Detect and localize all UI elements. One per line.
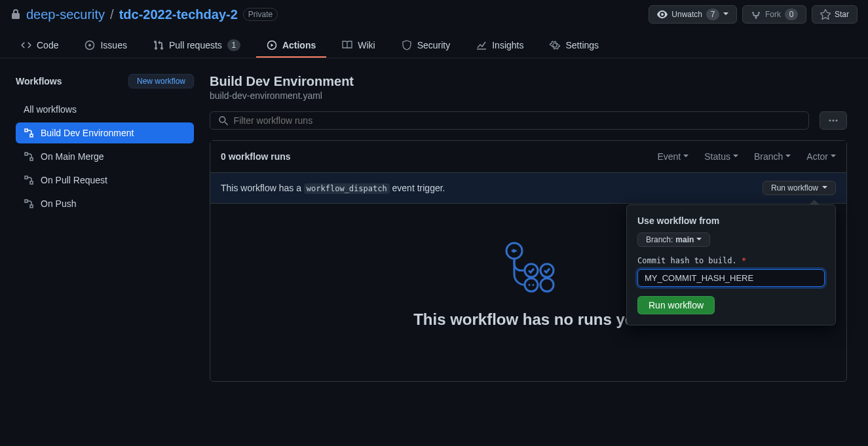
watch-count: 7 (706, 9, 719, 20)
issue-icon (85, 40, 95, 50)
svg-point-5 (833, 120, 835, 122)
dispatch-message: This workflow has a workflow_dispatch ev… (221, 183, 445, 193)
svg-point-11 (528, 284, 530, 286)
gear-icon (550, 40, 560, 50)
tab-wiki[interactable]: Wiki (331, 34, 385, 58)
star-icon (820, 9, 831, 20)
run-workflow-popover: Use workflow from Branch: main Commit ha… (626, 204, 836, 325)
filter-input[interactable] (234, 115, 801, 126)
unwatch-button[interactable]: Unwatch 7 (649, 5, 737, 24)
popover-heading: Use workflow from (637, 215, 825, 226)
pr-count: 1 (227, 39, 240, 51)
svg-point-3 (219, 117, 225, 122)
sidebar-item-on-push[interactable]: On Push (16, 193, 194, 214)
sidebar-item-on-pull-request[interactable]: On Pull Request (16, 170, 194, 191)
repo-title: deep-security / tdc-2022-techday-2 Priva… (10, 7, 278, 22)
kebab-menu[interactable] (820, 111, 847, 130)
commit-hash-label: Commit hash to build. * (637, 256, 825, 265)
sidebar-item-on-main-merge[interactable]: On Main Merge (16, 146, 194, 167)
page-title: Build Dev Environment (210, 74, 847, 89)
tab-security[interactable]: Security (391, 34, 461, 58)
workflows-heading: Workflows (16, 76, 62, 86)
sidebar-item-build-dev-environment[interactable]: Build Dev Environment (16, 122, 194, 143)
book-icon (342, 40, 352, 50)
commit-hash-input[interactable] (637, 269, 825, 287)
fork-icon (751, 9, 761, 20)
graph-icon (476, 40, 487, 50)
kebab-icon (828, 115, 839, 126)
play-icon (267, 40, 277, 50)
run-workflow-submit[interactable]: Run workflow (637, 296, 715, 314)
workflow-icon (24, 175, 34, 185)
yaml-filename: build-dev-environment.yaml (210, 90, 847, 101)
workflow-icon (24, 128, 34, 138)
shield-icon (402, 40, 412, 50)
filter-event[interactable]: Event (657, 151, 689, 162)
star-button[interactable]: Star (812, 5, 858, 24)
workflow-empty-icon (502, 240, 555, 293)
workflow-icon (24, 151, 34, 162)
tab-pull-requests[interactable]: Pull requests1 (143, 34, 251, 58)
repo-link[interactable]: tdc-2022-techday-2 (119, 7, 238, 22)
svg-point-13 (540, 278, 554, 291)
workflow-icon (24, 198, 34, 209)
repo-tabs: Code Issues Pull requests1 Actions Wiki … (0, 34, 868, 58)
eye-icon (657, 9, 668, 20)
svg-point-6 (836, 120, 838, 122)
svg-point-1 (88, 44, 91, 46)
tab-actions[interactable]: Actions (256, 34, 326, 58)
branch-select[interactable]: Branch: main (637, 232, 710, 247)
filter-actor[interactable]: Actor (806, 151, 836, 162)
sidebar-item-all-workflows[interactable]: All workflows (16, 99, 194, 120)
tab-settings[interactable]: Settings (539, 34, 609, 58)
svg-point-4 (829, 120, 831, 122)
new-workflow-button[interactable]: New workflow (128, 74, 194, 88)
search-icon (218, 115, 229, 126)
tab-issues[interactable]: Issues (74, 34, 137, 58)
filter-status[interactable]: Status (704, 151, 738, 162)
visibility-badge: Private (243, 8, 278, 21)
pr-icon (153, 40, 164, 50)
fork-button[interactable]: Fork 0 (742, 5, 806, 24)
filter-branch[interactable]: Branch (754, 151, 791, 162)
lock-icon (10, 9, 21, 20)
fork-count: 0 (785, 9, 798, 20)
runs-count: 0 workflow runs (221, 151, 291, 162)
tab-code[interactable]: Code (10, 34, 69, 58)
run-workflow-button[interactable]: Run workflow (763, 181, 836, 195)
tab-insights[interactable]: Insights (466, 34, 534, 58)
svg-point-10 (525, 278, 538, 291)
filter-input-wrapper[interactable] (210, 111, 809, 130)
owner-link[interactable]: deep-security (26, 7, 105, 22)
svg-point-12 (532, 284, 534, 286)
code-icon (21, 40, 31, 50)
